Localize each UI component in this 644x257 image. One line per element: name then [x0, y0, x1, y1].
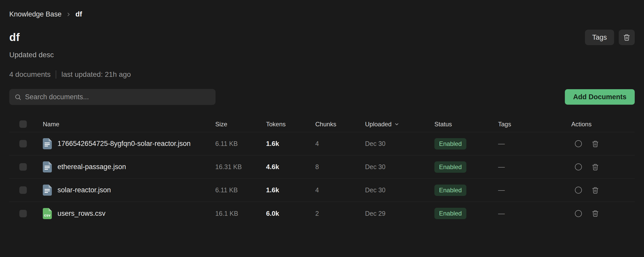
add-documents-button[interactable]: Add Documents: [565, 89, 635, 105]
select-all-checkbox[interactable]: [19, 120, 27, 128]
status-badge: Enabled: [434, 208, 466, 219]
breadcrumb: Knowledge Base df: [9, 10, 635, 18]
table-row: 1766542654725-8ygfqn0-solar-reactor.json…: [9, 132, 635, 155]
column-header-tokens[interactable]: Tokens: [266, 121, 315, 128]
row-checkbox[interactable]: [19, 140, 27, 147]
toggle-status-icon[interactable]: [575, 187, 582, 194]
document-name: users_rows.csv: [57, 210, 105, 218]
status-badge: Enabled: [434, 161, 466, 173]
trash-icon: [592, 187, 599, 194]
delete-knowledge-base-button[interactable]: [619, 30, 635, 45]
chunks-value: 4: [315, 186, 365, 194]
json-file-icon: [43, 138, 52, 149]
size-value: 16.1 KB: [215, 210, 266, 217]
page-title: df: [9, 31, 20, 44]
table-header-row: Name Size Tokens Chunks Uploaded Status …: [9, 116, 635, 132]
size-value: 6.11 KB: [215, 186, 266, 194]
json-file-icon: [43, 161, 52, 172]
breadcrumb-current: df: [76, 10, 82, 18]
document-count: 4 documents: [9, 70, 51, 79]
page: Knowledge Base df df Tags Updated desc 4…: [0, 0, 644, 257]
column-header-actions: Actions: [571, 121, 635, 128]
document-name-cell[interactable]: ethereal-passage.json: [43, 161, 215, 172]
documents-table: Name Size Tokens Chunks Uploaded Status …: [9, 116, 635, 225]
row-checkbox[interactable]: [19, 210, 27, 217]
document-lines-glyph: [45, 143, 50, 147]
sort-chevron-down-icon: [394, 122, 399, 127]
status-cell: Enabled: [434, 185, 498, 196]
table-row: solar-reactor.json 6.11 KB 1.6k 4 Dec 30…: [9, 179, 635, 202]
column-header-tags[interactable]: Tags: [498, 121, 571, 128]
toggle-status-icon[interactable]: [575, 140, 582, 147]
document-name: ethereal-passage.json: [57, 163, 126, 171]
toolbar: Add Documents: [9, 89, 635, 105]
document-lines-glyph: [45, 189, 50, 193]
table-row: ethereal-passage.json 16.31 KB 4.6k 8 De…: [9, 155, 635, 179]
column-header-size[interactable]: Size: [215, 121, 266, 128]
chunks-value: 8: [315, 163, 365, 171]
row-checkbox-cell: [9, 186, 43, 194]
status-cell: Enabled: [434, 161, 498, 173]
delete-document-button[interactable]: [592, 140, 599, 147]
chunks-value: 2: [315, 210, 365, 217]
tokens-value: 1.6k: [266, 186, 315, 194]
tokens-value: 1.6k: [266, 140, 315, 148]
delete-document-button[interactable]: [592, 187, 599, 194]
json-file-icon: [43, 185, 52, 196]
csv-file-icon: csv: [43, 208, 52, 219]
uploaded-value: Dec 29: [365, 210, 434, 217]
kb-meta: 4 documents last updated: 21h ago: [9, 70, 635, 79]
toggle-status-icon[interactable]: [575, 163, 582, 170]
row-checkbox-cell: [9, 140, 43, 147]
file-extension-label: csv: [43, 213, 52, 217]
column-header-chunks[interactable]: Chunks: [315, 121, 365, 128]
column-header-status[interactable]: Status: [434, 121, 498, 128]
column-header-name[interactable]: Name: [43, 121, 215, 128]
row-checkbox-cell: [9, 210, 43, 217]
status-badge: Enabled: [434, 185, 466, 196]
toggle-status-icon[interactable]: [575, 210, 582, 217]
row-checkbox[interactable]: [19, 163, 27, 171]
search-input[interactable]: [25, 93, 210, 101]
tags-button[interactable]: Tags: [585, 30, 614, 45]
meta-divider: [56, 70, 56, 79]
search-icon: [14, 94, 21, 101]
document-name: 1766542654725-8ygfqn0-solar-reactor.json: [57, 140, 191, 148]
uploaded-value: Dec 30: [365, 163, 434, 171]
title-actions: Tags: [585, 30, 635, 45]
last-updated: last updated: 21h ago: [61, 70, 131, 79]
trash-icon: [623, 34, 630, 41]
trash-icon: [592, 140, 599, 147]
tags-value: —: [498, 186, 571, 194]
column-header-uploaded[interactable]: Uploaded: [365, 121, 434, 128]
delete-document-button[interactable]: [592, 163, 599, 171]
status-cell: Enabled: [434, 208, 498, 219]
table-row: csv users_rows.csv 16.1 KB 6.0k 2 Dec 29…: [9, 202, 635, 225]
row-checkbox-cell: [9, 163, 43, 171]
size-value: 16.31 KB: [215, 163, 266, 171]
document-name-cell[interactable]: csv users_rows.csv: [43, 208, 215, 219]
delete-document-button[interactable]: [592, 210, 599, 217]
document-name: solar-reactor.json: [57, 186, 111, 194]
title-row: df Tags: [9, 30, 635, 45]
uploaded-value: Dec 30: [365, 140, 434, 147]
actions-cell: [571, 163, 635, 171]
chevron-right-icon: [66, 12, 71, 17]
row-checkbox[interactable]: [19, 186, 27, 194]
size-value: 6.11 KB: [215, 140, 266, 147]
document-lines-glyph: [45, 166, 50, 170]
document-name-cell[interactable]: 1766542654725-8ygfqn0-solar-reactor.json: [43, 138, 215, 149]
tokens-value: 6.0k: [266, 210, 315, 218]
breadcrumb-knowledge-base-link[interactable]: Knowledge Base: [9, 10, 62, 18]
document-name-cell[interactable]: solar-reactor.json: [43, 185, 215, 196]
trash-icon: [592, 210, 599, 217]
uploaded-value: Dec 30: [365, 186, 434, 194]
uploaded-label: Uploaded: [365, 121, 392, 128]
status-badge: Enabled: [434, 138, 466, 150]
tokens-value: 4.6k: [266, 163, 315, 171]
trash-icon: [592, 163, 599, 171]
search-box[interactable]: [9, 89, 216, 105]
tags-value: —: [498, 140, 571, 148]
tags-value: —: [498, 163, 571, 171]
actions-cell: [571, 210, 635, 217]
